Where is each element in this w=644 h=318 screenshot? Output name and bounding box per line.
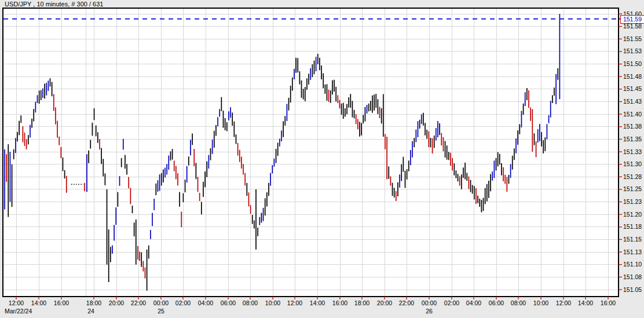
x-axis-time-label: 22:00 — [131, 299, 146, 306]
x-axis-time-label: 08:00 — [243, 299, 258, 306]
x-axis-time-label: 14:00 — [578, 299, 593, 306]
x-axis-date-label: 26 — [426, 308, 433, 315]
x-axis-time-label: 04:00 — [198, 299, 213, 306]
y-axis-label: 151.35 — [623, 136, 642, 142]
chart-window: USD/JPY , 10 minutes, # 300 / 631 151.60… — [0, 0, 644, 318]
price-chart[interactable]: 151.60151.58151.55151.53151.50151.48151.… — [0, 0, 644, 318]
x-axis-time-label: 16:00 — [332, 299, 347, 306]
x-axis-time-label: 06:00 — [221, 299, 236, 306]
x-axis-time-label: 18:00 — [86, 299, 101, 306]
x-axis-time-label: 00:00 — [153, 299, 169, 306]
x-axis-time-label: 12:00 — [9, 299, 24, 306]
y-axis-label: 151.05 — [623, 286, 642, 293]
x-axis-time-label: 02:00 — [444, 299, 459, 306]
x-axis-time-label: 10:00 — [265, 299, 280, 306]
y-axis-label: 151.43 — [623, 98, 642, 105]
y-axis-label: 151.48 — [623, 73, 642, 80]
x-axis-time-label: 04:00 — [466, 299, 481, 306]
x-axis-time-label: 16:00 — [601, 299, 616, 306]
y-axis-label: 151.55 — [623, 35, 642, 42]
y-axis-label: 151.30 — [623, 160, 642, 167]
y-axis-label: 151.20 — [623, 211, 642, 218]
y-axis-label: 151.18 — [623, 223, 642, 230]
y-axis-label: 151.15 — [623, 236, 642, 243]
y-axis-label: 151.33 — [623, 148, 642, 155]
y-axis-label: 151.10 — [623, 261, 642, 268]
current-price-label: 151.59 — [620, 15, 644, 24]
y-axis-label: 151.23 — [623, 198, 642, 205]
x-axis-time-label: 10:00 — [533, 299, 548, 306]
x-axis-date-label: 25 — [158, 308, 164, 315]
x-axis-time-label: 14:00 — [310, 299, 325, 306]
x-axis-time-label: 02:00 — [175, 299, 191, 306]
x-axis-time-label: 18:00 — [354, 299, 369, 306]
y-axis-label: 151.08 — [623, 273, 642, 280]
x-axis-time-label: 00:00 — [422, 299, 437, 306]
x-axis-time-label: 12:00 — [556, 299, 571, 306]
y-axis-label: 151.38 — [623, 123, 642, 130]
x-axis-time-label: 14:00 — [31, 299, 46, 306]
x-axis: 12:0014:0016:0018:0020:0022:0000:0002:00… — [5, 297, 616, 315]
x-axis-time-label: 16:00 — [54, 299, 69, 306]
y-axis-label: 151.40 — [623, 111, 642, 118]
y-axis-label: 151.28 — [623, 173, 642, 180]
y-axis-label: 151.50 — [623, 60, 642, 67]
y-axis-label: 151.13 — [623, 248, 642, 255]
x-axis-time-label: 08:00 — [511, 299, 526, 306]
y-axis-label: 151.25 — [623, 185, 642, 192]
x-axis-time-label: 20:00 — [377, 299, 392, 306]
x-axis-time-label: 12:00 — [287, 299, 302, 306]
x-axis-time-label: 22:00 — [399, 299, 414, 306]
y-axis-label: 151.45 — [623, 85, 642, 92]
x-axis-date-label: 24 — [87, 308, 94, 315]
x-axis-time-label: 20:00 — [109, 299, 124, 306]
x-axis-date-label: Mar/22/24 — [5, 308, 32, 315]
y-axis: 151.60151.58151.55151.53151.50151.48151.… — [619, 10, 642, 293]
y-axis-label: 151.53 — [623, 47, 642, 54]
x-axis-time-label: 06:00 — [489, 299, 504, 306]
